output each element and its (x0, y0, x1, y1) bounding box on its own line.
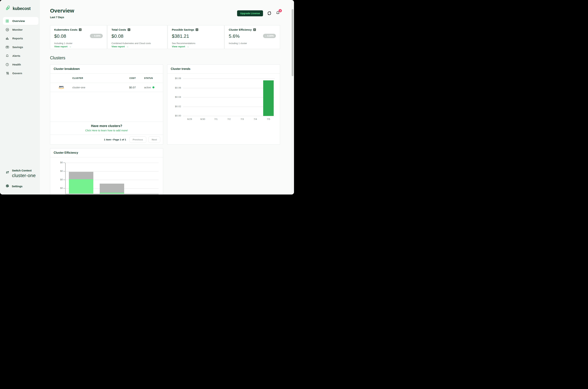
switch-context-button[interactable]: Switch Context cluster-one (0, 169, 40, 178)
notification-count-badge: 4 (279, 9, 282, 12)
sidebar-item-health[interactable]: Health (3, 61, 38, 68)
efficiency-bar-segment (100, 184, 124, 193)
down-arrow-icon: ↓ (265, 35, 266, 37)
gridline (66, 171, 159, 171)
stat-value: $381.21 (172, 33, 189, 39)
y-tick-label: $0 (50, 187, 63, 190)
add-clusters-link[interactable]: Click Here to learn how to add more! (50, 129, 163, 132)
cluster-breakdown-title: Cluster breakdown (50, 65, 163, 73)
stat-card-cluster-efficiency: Cluster Efficiency i 5.6% ↓0.00% Includi… (224, 25, 280, 49)
info-icon[interactable]: i (79, 28, 82, 31)
govern-icon (5, 71, 9, 75)
grid-icon (5, 19, 9, 23)
stat-value: 5.6% (229, 33, 240, 39)
cluster-trends-plot: $0.08$0.06$0.04$0.02$0.006/296/307/17/27… (167, 73, 280, 144)
sidebar-item-label: Reports (12, 37, 23, 40)
column-cluster: CLUSTER (72, 77, 113, 79)
aws-logo-icon: aws (50, 85, 72, 89)
stat-cards-row: Kubernetes Costs i $0.08 ↓0.00% Includin… (50, 25, 280, 49)
next-page-button[interactable]: Next (148, 136, 160, 143)
info-icon[interactable]: i (128, 28, 130, 31)
change-badge: ↓0.00% (90, 34, 103, 38)
pulse-icon (5, 28, 9, 32)
sidebar-item-label: Monitor (12, 28, 23, 32)
gridline (183, 116, 275, 116)
kubecost-logo[interactable]: kubecost (0, 0, 40, 12)
pagination-summary: 1 item • Page 1 of 1 (104, 138, 126, 141)
cluster-efficiency-plot: $0$0$0$0 (50, 157, 163, 194)
sidebar-item-reports[interactable]: Reports (3, 34, 38, 42)
sidebar-bottom: Switch Context cluster-one Settings (0, 169, 40, 188)
gridline (183, 107, 275, 107)
y-tick-label: $0 (50, 178, 63, 181)
active-status-dot (152, 86, 154, 88)
settings-button[interactable]: Settings (0, 184, 40, 188)
cluster-trends-panel: Cluster trends $0.08$0.06$0.04$0.02$0.00… (167, 65, 280, 145)
cluster-breakdown-panel: Cluster breakdown CLUSTER COST STATUS aw… (50, 65, 163, 145)
vertical-scrollbar-track[interactable] (291, 0, 294, 194)
bell-icon (5, 54, 9, 58)
view-report-link[interactable]: View report→ (112, 45, 163, 48)
right-arrow-icon: → (126, 45, 129, 48)
efficiency-bar-segment (69, 172, 93, 179)
y-tick-label: $0.02 (167, 105, 181, 108)
change-badge: ↓0.00% (263, 34, 276, 38)
view-report-link[interactable]: View report→ (54, 45, 103, 48)
settings-label: Settings (12, 185, 23, 188)
sidebar-item-monitor[interactable]: Monitor (3, 26, 38, 33)
x-tick-label: 7/5 (263, 118, 274, 121)
cash-icon (5, 45, 9, 49)
sidebar-item-savings[interactable]: Savings (3, 43, 38, 51)
refresh-button[interactable] (267, 11, 272, 16)
efficiency-bar-segment (69, 179, 93, 194)
right-arrow-icon: → (187, 45, 189, 48)
alert-circle-icon (5, 63, 9, 66)
vertical-scrollbar-thumb[interactable] (292, 9, 293, 76)
bar-chart-icon (5, 36, 9, 40)
swap-arrows-icon (6, 171, 9, 178)
upgrade-license-button[interactable]: Upgrade License (237, 10, 263, 16)
pagination: 1 item • Page 1 of 1 Previous Next (50, 135, 163, 144)
column-cost: COST (113, 77, 136, 79)
previous-page-button[interactable]: Previous (129, 136, 146, 143)
x-tick-label: 7/2 (223, 118, 235, 121)
switch-context-value: cluster-one (12, 173, 36, 178)
info-icon[interactable]: i (253, 28, 256, 31)
more-clusters-block: Have more clusters? Click Here to learn … (50, 122, 163, 135)
table-header: CLUSTER COST STATUS (50, 73, 163, 83)
sidebar-item-label: Savings (12, 46, 23, 49)
stat-card-kubernetes-costs: Kubernetes Costs i $0.08 ↓0.00% Includin… (50, 25, 107, 49)
cluster-trends-title: Cluster trends (167, 65, 280, 73)
sidebar-item-label: Govern (12, 72, 22, 75)
down-arrow-icon: ↓ (92, 35, 93, 37)
stat-subtitle: See Recommendations (172, 42, 220, 45)
view-report-link[interactable]: View report→ (172, 45, 220, 48)
kubecost-logo-icon (5, 5, 11, 12)
notifications-button[interactable]: 4 (276, 11, 280, 16)
page-title: Overview (50, 8, 74, 14)
cluster-efficiency-title: Cluster Efficiency (50, 148, 163, 157)
stat-title: Cluster Efficiency (229, 28, 252, 31)
sidebar-item-overview[interactable]: Overview (3, 17, 38, 25)
sidebar-item-label: Overview (12, 19, 25, 23)
cell-cost: $0.07 (113, 86, 136, 89)
clusters-section-title: Clusters (50, 56, 280, 61)
sidebar-item-govern[interactable]: Govern (3, 69, 38, 77)
info-icon[interactable]: i (196, 28, 198, 31)
logo-wordmark: kubecost (13, 6, 31, 11)
header-controls: Upgrade License (237, 10, 280, 16)
table-row[interactable]: aws cluster-one $0.07 active (50, 83, 163, 92)
y-tick-label: $0.06 (167, 86, 181, 89)
cell-cluster-name: cluster-one (72, 86, 113, 89)
y-axis-line (65, 163, 66, 194)
topbar: Overview Last 7 Days Upgrade License (50, 8, 280, 19)
x-tick-label: 7/1 (210, 118, 222, 121)
stat-value: $0.08 (54, 33, 66, 39)
y-tick-label: $0.04 (167, 96, 181, 98)
sidebar-item-alerts[interactable]: Alerts (3, 52, 38, 60)
x-tick-label: 6/29 (184, 118, 196, 121)
stat-card-possible-savings: Possible Savings i $381.21 See Recommend… (168, 25, 224, 49)
y-tick-label: $0 (50, 170, 63, 172)
x-tick-label: 7/4 (250, 118, 261, 121)
stat-subtitle: Combined Kubernetes and Cloud costs (112, 42, 163, 45)
